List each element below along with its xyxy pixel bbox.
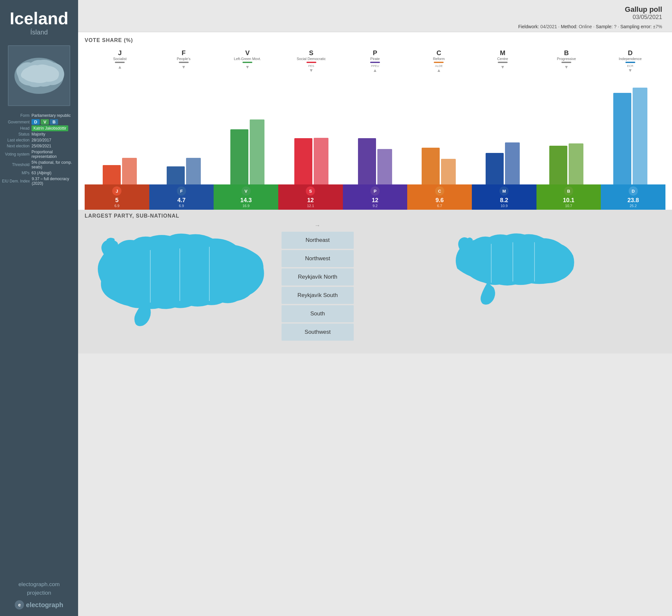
strip-icons-D: D: [629, 186, 638, 196]
region-item: Northeast: [282, 232, 354, 249]
party-strip-F: F 4.7 6.9: [149, 184, 214, 210]
next-election-label: Next election: [2, 144, 31, 148]
poll-date: 03/05/2021: [88, 14, 662, 21]
party-header-V: V Left-Green Movt. ▼: [234, 47, 261, 76]
sidebar-footer: electograph.comprojection e electograph: [15, 580, 63, 616]
strip-icons-J: J: [112, 186, 121, 196]
party-letter-D: D: [628, 49, 632, 57]
party-letter-B: B: [564, 49, 569, 57]
strip-prev-J: 6.9: [115, 204, 119, 208]
bar-prev-V: [250, 119, 264, 184]
head-name-bar: Katrín Jakobsdóttir: [31, 125, 68, 131]
strip-icons-P: P: [370, 186, 380, 196]
region-item: Reykjavík South: [282, 287, 354, 304]
strip-prev-V: 16.9: [242, 204, 249, 208]
strip-icon-F: F: [177, 186, 186, 196]
party-header-C: C Reform ALDE ▲: [433, 47, 445, 76]
party-trend-F: ▼: [181, 64, 186, 70]
party-affil-dot-F: [179, 62, 189, 63]
method-label: Method:: [561, 24, 578, 29]
strip-icon-M: M: [499, 186, 509, 196]
bar-container-V: [216, 76, 279, 184]
mps-row: MPs 63 (Alþingi): [0, 170, 78, 176]
region-item: South: [282, 305, 354, 322]
party-name-J: Socialist: [113, 57, 127, 61]
party-col-V: V Left-Green Movt. ▼: [216, 47, 279, 184]
party-trend-M: ▼: [500, 64, 505, 70]
party-col-D: D Independence ECR ▼: [599, 47, 662, 184]
party-strip-D: D 23.8 25.2: [601, 184, 665, 210]
strip-prev-D: 25.2: [630, 204, 637, 208]
next-election-row: Next election 25/09/2021: [0, 143, 78, 149]
party-affil-dot-P: [370, 62, 380, 63]
iceland-map-left: [85, 222, 275, 347]
strip-value-V: 14.3: [240, 197, 252, 204]
bar-main-S: [294, 138, 312, 184]
strip-value-C: 9.6: [435, 197, 444, 204]
chart-area: J Socialist ▲ F People's ▼ V Left-Green …: [85, 47, 665, 184]
last-election-label: Last election: [2, 138, 31, 142]
bar-container-S: [279, 76, 343, 184]
bar-prev-B: [569, 143, 583, 184]
poll-header: Gallup poll 03/05/2021: [78, 0, 672, 23]
vote-share-title: VOTE SHARE (%): [85, 37, 665, 43]
strip-icon-P: P: [370, 186, 380, 196]
bar-prev-P: [377, 149, 392, 184]
bar-container-C: [407, 76, 471, 184]
last-election-row: Last election 28/10/2017: [0, 137, 78, 143]
threshold-value: 5% (national, for comp. seats): [31, 160, 76, 169]
party-name-V: Left-Green Movt.: [234, 57, 261, 61]
strip-value-B: 10.1: [563, 197, 575, 204]
sidebar-header: Iceland Ísland: [0, 0, 78, 39]
strip-prev-P: 9.2: [372, 204, 377, 208]
region-list: NortheastNorthwestReykjavík NorthReykjav…: [282, 232, 354, 341]
bar-main-F: [167, 166, 185, 184]
strip-value-P: 12: [372, 197, 378, 204]
party-col-M: M Centre ▼: [471, 47, 535, 184]
iceland-map-svg: [11, 50, 67, 102]
party-letter-P: P: [373, 49, 377, 57]
badge-v: V: [41, 119, 49, 125]
party-col-C: C Reform ALDE ▲: [407, 47, 471, 184]
party-affil-C: ALDE: [435, 64, 443, 68]
footer-text: electograph.comprojection: [15, 580, 63, 597]
strip-icons-S: S: [306, 186, 315, 196]
region-item: Southwest: [282, 324, 354, 341]
party-name-C: Reform: [433, 57, 445, 61]
party-header-S: S Social Democratic PES ▼: [297, 47, 326, 76]
eiu-value: 9.37 – full democracy (2020): [32, 177, 76, 186]
party-trend-J: ▲: [117, 64, 122, 70]
party-header-P: P Pirate PPEU ▲: [370, 47, 380, 76]
party-strip-S: S 12 12.1: [278, 184, 343, 210]
iceland-landmass-left: [98, 234, 264, 309]
status-label: Status: [2, 132, 31, 137]
party-affil-dot-M: [498, 62, 508, 63]
bar-prev-D: [633, 88, 647, 184]
bar-container-J: [88, 76, 152, 184]
strip-value-S: 12: [307, 197, 314, 204]
sample-value: ?: [614, 24, 617, 29]
bar-prev-M: [505, 142, 520, 184]
bar-main-C: [422, 148, 440, 184]
sampling-error-label: Sampling error:: [620, 24, 653, 29]
party-name-P: Pirate: [370, 57, 380, 61]
party-strip-row: J 5 6.9 F 4.7 6.9 V 14.3 16.9 S 12 12.1 …: [85, 184, 665, 210]
head-row: Head Katrín Jakobsdóttir: [0, 125, 78, 131]
party-trend-S: ▼: [309, 68, 314, 73]
party-col-S: S Social Democratic PES ▼: [279, 47, 343, 184]
bar-main-P: [358, 138, 376, 184]
gov-badges: D V B: [31, 119, 58, 125]
government-value: D V B: [31, 119, 58, 125]
electograph-logo: e electograph: [15, 600, 63, 609]
party-letter-C: C: [436, 49, 441, 57]
reykjanes-right: [481, 283, 495, 305]
mps-value: 63 (Alþingi): [31, 171, 52, 175]
party-letter-M: M: [500, 49, 506, 57]
subnational-title: LARGEST PARTY, SUB-NATIONAL: [85, 213, 665, 219]
strip-prev-B: 10.7: [565, 204, 572, 208]
region-item: Northwest: [282, 250, 354, 267]
subnational-content: → NortheastNorthwestReykjavík NorthReykj…: [85, 222, 665, 347]
party-strip-J: J 5 6.9: [85, 184, 149, 210]
sampling-error-value: ±7%: [653, 24, 662, 29]
voting-system-row: Voting system Proportional representatio…: [0, 149, 78, 159]
